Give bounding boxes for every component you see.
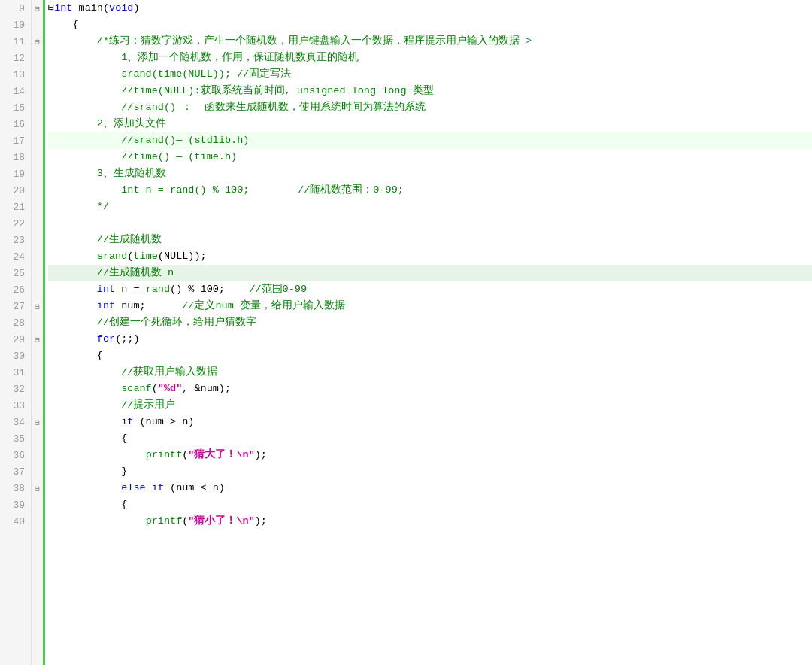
token-comment: 2、添加头文件 <box>48 116 166 132</box>
token-plain: (;;) <box>115 331 139 348</box>
line-number-9: 9 <box>0 0 31 17</box>
code-line-37: } <box>48 463 812 480</box>
token-comment: srand(time(NULL)); //固定写法 <box>48 66 291 83</box>
gutter-cell-32 <box>32 381 43 397</box>
line-number-13: 13 <box>0 66 31 83</box>
gutter-cell-38[interactable]: ⊟ <box>32 480 43 496</box>
code-line-38: else if (num < n) <box>48 480 812 496</box>
token-plain: } <box>48 463 127 480</box>
token-function: time <box>133 248 157 265</box>
gutter-cell-25 <box>32 265 43 281</box>
gutter-cell-34[interactable]: ⊟ <box>32 414 43 430</box>
code-line-16: 2、添加头文件 <box>48 116 812 132</box>
line-number-21: 21 <box>0 199 31 215</box>
token-plain: (num < n) <box>164 480 225 496</box>
line-number-33: 33 <box>0 397 31 414</box>
code-line-10: { <box>48 17 812 33</box>
token-comment: /*练习：猜数字游戏，产生一个随机数，用户键盘输入一个数据，程序提示用户输入的数… <box>48 33 532 50</box>
code-line-26: int n = rand() % 100; //范围0-99 <box>48 281 812 298</box>
token-comment: //定义num 变量，给用户输入数据 <box>170 298 345 314</box>
code-line-29: for(;;) <box>48 331 812 348</box>
code-content[interactable]: ⊟int main(void) { /*练习：猜数字游戏，产生一个随机数，用户键… <box>45 0 812 665</box>
token-plain: , &num); <box>182 381 231 397</box>
code-line-35: { <box>48 430 812 447</box>
gutter-cell-40 <box>32 513 43 530</box>
gutter-cell-20 <box>32 182 43 199</box>
line-number-14: 14 <box>0 83 31 99</box>
token-plain: () % 100; <box>170 281 249 298</box>
token-plain <box>48 414 121 430</box>
code-line-19: 3、生成随机数 <box>48 165 812 182</box>
gutter-cell-12 <box>32 50 43 66</box>
token-plain: n = <box>115 281 146 298</box>
gutter-cell-15 <box>32 99 43 116</box>
line-number-26: 26 <box>0 281 31 298</box>
gutter-cell-11[interactable]: ⊟ <box>32 33 43 50</box>
token-plain <box>48 480 121 496</box>
line-number-39: 39 <box>0 496 31 513</box>
token-keyword: else <box>121 480 145 496</box>
line-number-17: 17 <box>0 132 31 149</box>
token-keyword: if <box>152 480 164 496</box>
token-plain: ( <box>127 248 133 265</box>
code-line-11: /*练习：猜数字游戏，产生一个随机数，用户键盘输入一个数据，程序提示用户输入的数… <box>48 33 812 50</box>
token-plain: num; <box>115 298 170 314</box>
token-plain <box>48 281 97 298</box>
gutter-cell-39 <box>32 496 43 513</box>
code-line-33: //提示用户 <box>48 397 812 414</box>
gutter-cell-18 <box>32 149 43 165</box>
token-function: srand <box>97 248 128 265</box>
token-keyword: int <box>54 0 72 17</box>
gutter-cell-14 <box>32 83 43 99</box>
gutter-cell-35 <box>32 430 43 447</box>
line-number-36: 36 <box>0 447 31 463</box>
token-comment: //time(NULL):获取系统当前时间, unsigned long lon… <box>48 83 434 99</box>
token-string: "%d" <box>158 381 182 397</box>
token-comment: //srand() ： 函数来生成随机数，使用系统时间为算法的系统 <box>48 99 426 116</box>
code-line-28: //创建一个死循环，给用户猜数字 <box>48 314 812 331</box>
token-plain <box>48 248 97 265</box>
code-line-25: //生成随机数 n <box>48 265 812 281</box>
code-line-27: int num; //定义num 变量，给用户输入数据 <box>48 298 812 314</box>
gutter-cell-29[interactable]: ⊟ <box>32 331 43 348</box>
line-number-16: 16 <box>0 116 31 132</box>
gutter-cell-22 <box>32 215 43 232</box>
line-number-22: 22 <box>0 215 31 232</box>
gutter-cell-10 <box>32 17 43 33</box>
token-plain <box>48 447 146 463</box>
token-plain: ( <box>182 513 188 530</box>
token-keyword: int <box>97 298 115 314</box>
gutter-cell-27[interactable]: ⊟ <box>32 298 43 314</box>
token-function: scanf <box>121 381 152 397</box>
code-line-30: { <box>48 348 812 364</box>
token-plain: { <box>48 348 103 364</box>
token-plain <box>48 298 97 314</box>
token-plain: { <box>48 17 79 33</box>
code-line-12: 1、添加一个随机数，作用，保证随机数真正的随机 <box>48 50 812 66</box>
code-line-24: srand(time(NULL)); <box>48 248 812 265</box>
code-line-18: //time() — (time.h) <box>48 149 812 165</box>
line-number-12: 12 <box>0 50 31 66</box>
line-number-30: 30 <box>0 348 31 364</box>
line-number-38: 38 <box>0 480 31 496</box>
gutter-cell-19 <box>32 165 43 182</box>
token-keyword: int <box>97 281 115 298</box>
code-line-22 <box>48 215 812 232</box>
token-plain <box>146 480 152 496</box>
gutter-cell-9[interactable]: ⊟ <box>32 0 43 17</box>
gutter-cell-33 <box>32 397 43 414</box>
token-plain <box>48 381 121 397</box>
token-plain: (NULL)); <box>158 248 207 265</box>
line-number-35: 35 <box>0 430 31 447</box>
token-comment: //创建一个死循环，给用户猜数字 <box>48 314 256 331</box>
line-number-37: 37 <box>0 463 31 480</box>
token-function: rand <box>146 281 170 298</box>
gutter-cell-31 <box>32 364 43 381</box>
token-collapse-marker: ⊟ <box>48 0 54 17</box>
line-number-15: 15 <box>0 99 31 116</box>
code-line-21: */ <box>48 199 812 215</box>
token-string: "猜大了！\n" <box>188 447 254 463</box>
gutter-cell-37 <box>32 463 43 480</box>
gutter: ⊟⊟⊟⊟⊟⊟ <box>32 0 45 665</box>
line-number-18: 18 <box>0 149 31 165</box>
